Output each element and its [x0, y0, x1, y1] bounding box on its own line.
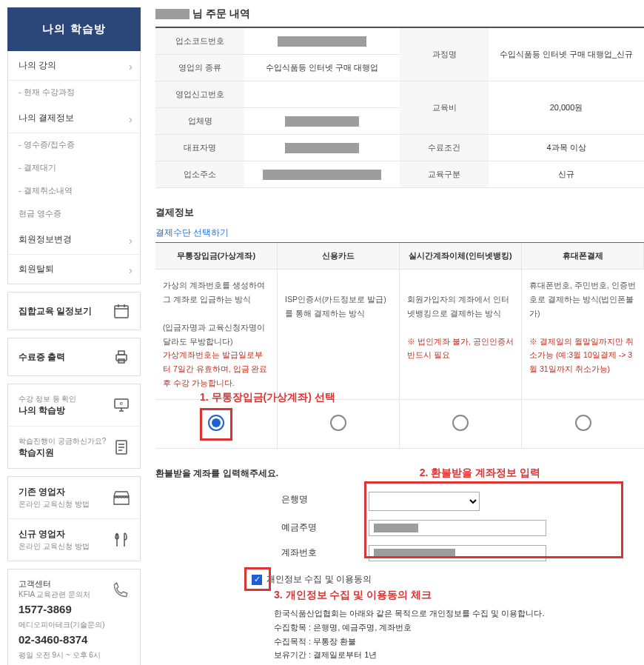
pay-th-bank: 무통장입금(가상계좌)	[155, 243, 278, 270]
contact-sub2: 메디오피아테크(기술문의)	[19, 620, 105, 630]
order-info-table: 업소코드번호 과정명 수입식품등 인터넷 구매 대행업_신규 영업의 종류 수입…	[155, 27, 644, 188]
radio-mobile[interactable]	[575, 415, 591, 431]
lbl-bank: 은행명	[244, 487, 363, 515]
sidebar-sub-pending[interactable]: - 결제대기	[8, 156, 140, 179]
lbl-ceo: 대표자명	[155, 135, 244, 161]
svg-text:e: e	[120, 400, 124, 407]
chevron-right-icon: ›	[129, 233, 133, 246]
sidebar-sub-cancel-history[interactable]: - 결제취소내역	[8, 179, 140, 202]
radio-transfer-cell	[400, 400, 522, 449]
radio-mobile-cell	[522, 400, 644, 449]
val-fee: 20,000원	[489, 81, 644, 135]
utensils-icon	[112, 530, 131, 549]
val-address	[244, 161, 400, 188]
sidebar: 나의 학습방 나의 강의› - 현재 수강과정 나의 결제정보› - 영수증/접…	[7, 7, 141, 665]
quick-support[interactable]: 학습진행이 궁금하신가요?학습지원	[8, 427, 140, 468]
lbl-biz-type: 영업의 종류	[155, 55, 244, 81]
lbl-shop-code: 업소코드번호	[155, 28, 244, 55]
annotation-2: 2. 환불받을 계좌정보 입력	[420, 467, 540, 480]
store-icon	[112, 488, 131, 507]
svg-rect-2	[118, 351, 124, 355]
chevron-right-icon: ›	[129, 59, 133, 72]
lbl-course-name: 과정명	[400, 28, 489, 81]
quick-schedule[interactable]: 집합교육 일정보기	[8, 293, 140, 330]
annotation-3: 3. 개인정보 수집 및 이용동의 체크	[274, 589, 644, 602]
contact-phone1: 1577-3869	[19, 603, 105, 615]
pay-desc-mobile: 휴대폰번호, 주민번호, 인증번호로 결제하는 방식(법인폰불가) ※ 결제일의…	[522, 270, 644, 400]
lbl-address: 업소주소	[155, 161, 244, 188]
val-completion: 4과목 이상	[489, 135, 644, 161]
annotation-1: 1. 무통장입금(가상계좌) 선택	[200, 391, 335, 404]
document-icon	[112, 438, 131, 457]
refund-heading: 환불받을 계좌를 입력해주세요.	[155, 467, 278, 480]
sidebar-item-withdraw[interactable]: 회원탈퇴›	[8, 255, 140, 284]
contact-block: 고객센터 KFIA 교육관련 문의처 1577-3869 메디오피아테크(기술문…	[7, 569, 141, 665]
quick-my-room[interactable]: 수강 정보 등 확인나의 학습방 e	[8, 384, 140, 427]
val-biz-reg	[244, 81, 400, 108]
sidebar-title: 나의 학습방	[7, 7, 141, 51]
contact-hours: 평일 오전 9시 ~ 오후 6시	[19, 650, 105, 661]
contact-phone2: 02-3460-8374	[19, 633, 105, 646]
payment-choose: 결제수단 선택하기	[155, 227, 644, 239]
lbl-biz-reg: 영업신고번호	[155, 81, 244, 108]
pay-th-transfer: 실시간계좌이체(인터넷뱅킹)	[400, 243, 522, 270]
main-content: 님 주문 내역 업소코드번호 과정명 수입식품등 인터넷 구매 대행업_신규 영…	[155, 7, 644, 665]
sidebar-item-member-info[interactable]: 회원정보변경›	[8, 225, 140, 255]
radio-transfer[interactable]	[452, 415, 469, 431]
pay-desc-transfer: 회원가입자의 계좌에서 인터넷뱅킹으로 결제하는 방식 ※ 법인계좌 불가, 공…	[400, 270, 522, 400]
chevron-right-icon: ›	[129, 112, 133, 124]
lbl-completion: 수료조건	[400, 135, 489, 161]
lbl-company: 업체명	[155, 108, 244, 135]
val-shop-code	[244, 28, 400, 55]
redacted-name	[155, 9, 189, 19]
consent-description: 한국식품산업협회는 아래와 같은 목적으로 개인정보를 수집 및 이용합니다. …	[274, 606, 644, 662]
sidebar-item-my-lecture[interactable]: 나의 강의›	[8, 51, 140, 81]
quick-new-biz[interactable]: 신규 영업자온라인 교육신청 방법	[8, 519, 140, 561]
quick-print-cert[interactable]: 수료증 출력	[8, 338, 140, 375]
monitor-icon: e	[112, 395, 131, 415]
phone-icon	[110, 581, 130, 603]
lbl-category: 교육구분	[400, 161, 489, 188]
val-course-name: 수입식품등 인터넷 구매 대행업_신규	[489, 28, 644, 81]
lbl-account: 계좌번호	[244, 541, 363, 566]
val-biz-type: 수입식품등 인터넷 구매 대행업	[244, 55, 400, 81]
printer-icon	[112, 347, 131, 367]
sidebar-sub-current-course[interactable]: - 현재 수강과정	[8, 81, 140, 104]
val-company	[244, 108, 400, 135]
pay-th-mobile: 휴대폰결제	[522, 243, 644, 270]
consent-label: 개인정보 수집 및 이용동의	[266, 573, 372, 586]
val-ceo	[244, 135, 400, 161]
sidebar-menu: 나의 강의› - 현재 수강과정 나의 결제정보› - 영수증/접수증 - 결제…	[7, 51, 141, 284]
svg-rect-0	[115, 306, 128, 318]
radio-card[interactable]	[330, 415, 346, 431]
sidebar-sub-receipt[interactable]: - 영수증/접수증	[8, 133, 140, 156]
contact-label: 고객센터	[19, 578, 105, 589]
pay-desc-bank: 가상의 계좌번호를 생성하여 그 계좌로 입금하는 방식 (입금자명과 교육신청…	[155, 270, 278, 400]
val-category: 신규	[489, 161, 644, 188]
pay-desc-card: ISP인증서(카드정보로 발급)를 통해 결제하는 방식	[278, 270, 400, 400]
radio-bank-cell	[155, 400, 278, 449]
order-heading: 님 주문 내역	[155, 7, 644, 27]
payment-method-table: 무통장입금(가상계좌) 신용카드 실시간계좌이체(인터넷뱅킹) 휴대폰결제 가상…	[155, 242, 644, 449]
lbl-fee: 교육비	[400, 81, 489, 135]
payment-heading: 결제정보	[155, 206, 644, 219]
lbl-holder: 예금주명	[244, 515, 363, 541]
pay-th-card: 신용카드	[278, 243, 400, 270]
svg-rect-1	[116, 355, 127, 361]
contact-sub1: KFIA 교육관련 문의처	[19, 589, 105, 600]
radio-card-cell	[278, 400, 400, 449]
sidebar-item-my-payment[interactable]: 나의 결제정보›	[8, 104, 140, 133]
calendar-icon	[112, 301, 131, 321]
quick-existing-biz[interactable]: 기존 영업자온라인 교육신청 방법	[8, 477, 140, 519]
sidebar-sub-cash-receipt[interactable]: 현금 영수증	[8, 202, 140, 225]
chevron-right-icon: ›	[129, 263, 133, 275]
